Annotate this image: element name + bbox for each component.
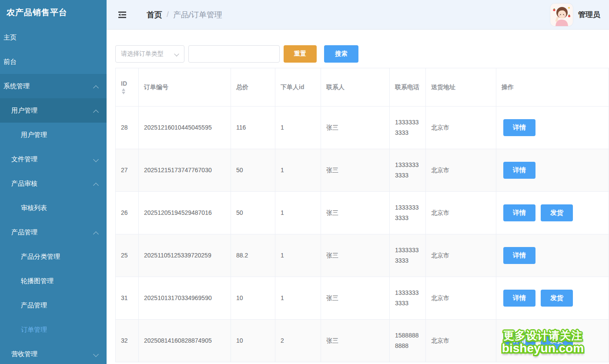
cell-address: 北京市	[426, 192, 496, 234]
cell-address: 北京市	[426, 277, 496, 320]
column-header: 总价	[231, 68, 275, 107]
ship-button[interactable]: 发货	[541, 332, 573, 349]
cell-buyer_id: 1	[275, 277, 321, 320]
sort-carets-icon[interactable]	[122, 88, 125, 94]
app-title: 农产品销售平台	[0, 0, 107, 25]
column-header: 联系电话	[390, 68, 426, 107]
column-header: 送货地址	[426, 68, 496, 107]
cell-id: 31	[116, 277, 139, 320]
sort-asc-icon[interactable]	[122, 88, 125, 91]
table-header-row: ID订单编号总价下单人id联系人联系电话送货地址操作	[116, 68, 609, 107]
cell-actions: 详情	[496, 149, 609, 192]
cell-id: 32	[116, 320, 139, 362]
sidebar-item-label: 审核列表	[21, 204, 47, 212]
detail-button[interactable]: 详情	[503, 162, 535, 179]
sidebar-item-2[interactable]: 系统管理	[0, 74, 107, 98]
sidebar-item-label: 系统管理	[3, 82, 30, 90]
order-type-select[interactable]: 请选择订单类型	[115, 45, 184, 63]
cell-total: 116	[231, 107, 275, 149]
reset-button[interactable]: 重置	[284, 45, 317, 63]
sidebar-item-0[interactable]: 主页	[0, 25, 107, 50]
sidebar-item-label: 营收管理	[11, 350, 37, 358]
column-header: 下单人id	[275, 68, 321, 107]
cell-address: 北京市	[426, 107, 496, 149]
cell-actions: 详情发货	[496, 277, 609, 320]
column-header-label: 联系电话	[395, 83, 419, 91]
chevron-down-icon	[175, 52, 179, 56]
cell-id: 26	[116, 192, 139, 234]
column-header-label: ID	[121, 80, 127, 87]
cell-phone: 13333333333	[390, 277, 426, 320]
sidebar-item-8[interactable]: 产品管理	[0, 220, 107, 244]
cell-total: 10	[231, 320, 275, 362]
app-window: 农产品销售平台 主页前台系统管理用户管理用户管理文件管理产品审核审核列表产品管理…	[0, 0, 609, 364]
cell-order_no: 20251013170334969590	[139, 277, 231, 320]
breadcrumb-separator: /	[167, 10, 169, 19]
cell-order_no: 20251105125339720259	[139, 234, 231, 277]
search-button[interactable]: 搜索	[324, 45, 358, 63]
breadcrumb: 首页 / 产品/订单管理	[147, 10, 222, 20]
table-row: 3120251013170334969590101张三13333333333北京…	[116, 277, 609, 320]
table-row: 2720251215173747767030501张三13333333333北京…	[116, 149, 609, 192]
sidebar-item-label: 用户管理	[21, 131, 47, 139]
page-content: 请选择订单类型 重置 搜索 ID订单编号总价下单人id联系人联系电话送货地址操作…	[107, 30, 609, 364]
cell-phone: 13333333333	[390, 192, 426, 234]
detail-button[interactable]: 详情	[503, 204, 535, 221]
cell-actions: 详情发货	[496, 192, 609, 234]
cell-buyer_id: 1	[275, 234, 321, 277]
sidebar-fold-icon[interactable]	[117, 10, 127, 20]
chevron-down-icon	[94, 352, 98, 356]
cell-total: 88.2	[231, 234, 275, 277]
ship-button[interactable]: 发货	[541, 204, 573, 221]
keyword-input[interactable]	[188, 45, 280, 63]
cell-buyer_id: 2	[275, 320, 321, 362]
sidebar-item-label: 轮播图管理	[21, 277, 54, 285]
sidebar-item-9[interactable]: 产品分类管理	[0, 244, 107, 269]
user-name: 管理员	[578, 10, 600, 20]
sidebar-item-11[interactable]: 产品管理	[0, 293, 107, 317]
column-header-id-sort[interactable]: ID	[116, 68, 139, 107]
column-header: 订单编号	[139, 68, 231, 107]
cell-address: 北京市	[426, 320, 496, 362]
cell-id: 25	[116, 234, 139, 277]
sidebar-item-label: 产品管理	[21, 301, 47, 310]
sidebar-item-13[interactable]: 营收管理	[0, 342, 107, 364]
cell-total: 50	[231, 149, 275, 192]
column-header: 操作	[496, 68, 609, 107]
cell-order_no: 20251215173747767030	[139, 149, 231, 192]
sidebar-item-4[interactable]: 用户管理	[0, 123, 107, 147]
orders-table: ID订单编号总价下单人id联系人联系电话送货地址操作28202512160104…	[115, 68, 609, 362]
cell-buyer_id: 1	[275, 107, 321, 149]
cell-phone: 13333333333	[390, 234, 426, 277]
cell-total: 50	[231, 192, 275, 234]
cell-actions: 详情	[496, 234, 609, 277]
breadcrumb-home[interactable]: 首页	[147, 10, 162, 20]
cell-order_no: 20251216010445045595	[139, 107, 231, 149]
sidebar-item-6[interactable]: 产品审核	[0, 171, 107, 196]
sidebar-item-5[interactable]: 文件管理	[0, 147, 107, 171]
sidebar-item-label: 产品分类管理	[21, 253, 60, 261]
sidebar-item-3[interactable]: 用户管理	[0, 98, 107, 123]
chevron-up-icon	[94, 109, 98, 113]
sidebar-item-1[interactable]: 前台	[0, 50, 107, 74]
detail-button[interactable]: 详情	[503, 290, 535, 307]
detail-button[interactable]: 详情	[503, 247, 535, 264]
order-type-placeholder: 请选择订单类型	[121, 50, 175, 58]
sidebar-item-label: 产品审核	[11, 180, 37, 188]
cell-phone: 15888888888	[390, 320, 426, 362]
column-header-label: 订单编号	[144, 83, 168, 91]
sidebar: 农产品销售平台 主页前台系统管理用户管理用户管理文件管理产品审核审核列表产品管理…	[0, 0, 107, 364]
column-header-label: 总价	[236, 83, 248, 91]
column-header: 联系人	[321, 68, 390, 107]
sidebar-item-12[interactable]: 订单管理	[0, 317, 107, 342]
sidebar-item-10[interactable]: 轮播图管理	[0, 269, 107, 293]
table-row: 252025110512533972025988.21张三13333333333…	[116, 234, 609, 277]
ship-button[interactable]: 发货	[541, 290, 573, 307]
detail-button[interactable]: 详情	[503, 332, 535, 349]
sort-desc-icon[interactable]	[122, 92, 125, 94]
sidebar-item-7[interactable]: 审核列表	[0, 196, 107, 220]
cell-buyer_id: 1	[275, 149, 321, 192]
detail-button[interactable]: 详情	[503, 119, 535, 136]
user-avatar[interactable]	[550, 3, 573, 26]
user-menu[interactable]: 管理员	[550, 3, 600, 26]
